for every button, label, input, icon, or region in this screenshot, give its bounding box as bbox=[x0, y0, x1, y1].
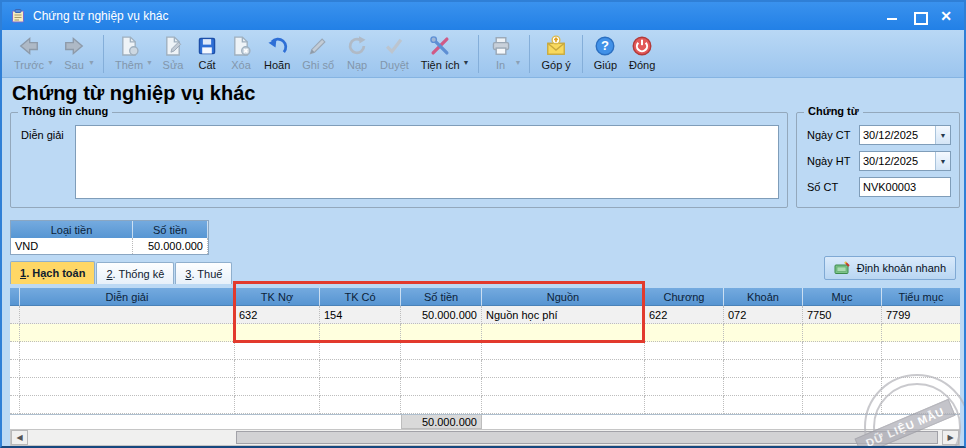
undo-icon bbox=[266, 35, 288, 57]
grid-empty-row bbox=[10, 378, 960, 396]
currency-table: Loại tiền Số tiền VND 50.000.000 bbox=[10, 220, 209, 255]
column-header-muc[interactable]: Mục bbox=[803, 288, 882, 306]
horizontal-scrollbar[interactable]: ◀ ▶ bbox=[10, 429, 960, 446]
cell-khoan[interactable]: 072 bbox=[724, 306, 803, 324]
chevron-down-icon[interactable]: ▼ bbox=[935, 126, 950, 144]
app-icon bbox=[10, 8, 26, 24]
tab-thue[interactable]: 3. Thuế bbox=[175, 262, 232, 284]
currency-header-so-tien[interactable]: Số tiền bbox=[133, 221, 208, 238]
ngay-ct-datepicker[interactable]: ▼ bbox=[859, 125, 951, 145]
toolbar-separator bbox=[103, 35, 104, 73]
tab-thong-ke[interactable]: 2. Thống kê bbox=[96, 262, 174, 284]
feedback-icon bbox=[545, 35, 567, 57]
document-add-icon bbox=[118, 35, 140, 57]
scroll-right-button[interactable]: ▶ bbox=[942, 430, 959, 445]
ngay-ht-input[interactable] bbox=[860, 155, 934, 167]
minimize-button[interactable] bbox=[886, 11, 899, 22]
ngay-ct-label: Ngày CT bbox=[807, 129, 859, 141]
toolbar-button-them[interactable]: Thêm bbox=[109, 31, 149, 77]
grid-empty-row bbox=[10, 360, 960, 378]
chevron-down-icon[interactable]: ▼ bbox=[935, 152, 950, 170]
currency-cell-loai-tien[interactable]: VND bbox=[11, 238, 133, 254]
cell-tieu-muc[interactable]: 7799 bbox=[882, 306, 960, 324]
grid-empty-row bbox=[10, 396, 960, 414]
tab-hach-toan[interactable]: 1. Hạch toán bbox=[10, 261, 95, 284]
toolbar-button-cat[interactable]: Cất bbox=[190, 31, 224, 77]
tab-bar: 1. Hạch toán 2. Thống kê 3. Thuế bbox=[10, 261, 233, 284]
grid-new-entry-row bbox=[10, 324, 960, 342]
check-icon bbox=[383, 35, 405, 57]
document-edit-icon bbox=[162, 35, 184, 57]
column-header-khoan[interactable]: Khoản bbox=[724, 288, 803, 306]
cell-dien-giai[interactable] bbox=[20, 306, 235, 324]
ngay-ht-datepicker[interactable]: ▼ bbox=[859, 151, 951, 171]
chung-tu-legend: Chứng từ bbox=[804, 105, 863, 117]
cell-nguon[interactable]: Nguồn học phí bbox=[482, 306, 645, 324]
toolbar-button-truoc[interactable]: Trước bbox=[8, 31, 50, 77]
power-icon bbox=[631, 35, 653, 57]
sau-dropdown-caret[interactable]: ▼ bbox=[88, 59, 95, 66]
pencil-icon bbox=[307, 35, 329, 57]
window-title: Chứng từ nghiệp vụ khác bbox=[33, 9, 168, 23]
scroll-left-button[interactable]: ◀ bbox=[11, 430, 28, 445]
column-header-chuong[interactable]: Chương bbox=[645, 288, 724, 306]
toolbar-button-gopy[interactable]: Góp ý bbox=[535, 31, 576, 77]
toolbar-button-sau[interactable]: Sau bbox=[57, 31, 91, 77]
grid-header-row: Diễn giải TK Nợ TK Có Số tiền Nguồn Chươ… bbox=[10, 288, 960, 306]
accounting-grid: Diễn giải TK Nợ TK Có Số tiền Nguồn Chươ… bbox=[10, 288, 960, 429]
column-header-tieu-muc[interactable]: Tiểu mục bbox=[882, 288, 960, 306]
grid-data-row: 632 154 50.000.000 Nguồn học phí 622 072… bbox=[10, 306, 960, 324]
general-info-legend: Thông tin chung bbox=[18, 105, 112, 117]
save-icon bbox=[196, 35, 218, 57]
total-so-tien: 50.000.000 bbox=[401, 415, 482, 429]
toolbar-button-dong[interactable]: Đóng bbox=[623, 31, 661, 77]
column-header-dien-giai[interactable]: Diễn giải bbox=[20, 288, 235, 306]
refresh-icon bbox=[346, 35, 368, 57]
grid-empty-row bbox=[10, 342, 960, 360]
row-indicator[interactable] bbox=[10, 306, 20, 324]
ngay-ct-input[interactable] bbox=[860, 129, 934, 141]
help-icon: ? bbox=[594, 35, 616, 57]
row-indicator[interactable] bbox=[10, 324, 20, 342]
quick-entry-icon bbox=[834, 261, 851, 276]
arrow-left-icon bbox=[18, 35, 40, 57]
currency-cell-so-tien[interactable]: 50.000.000 bbox=[133, 238, 208, 254]
column-header-nguon[interactable]: Nguồn bbox=[482, 288, 645, 306]
arrow-right-icon bbox=[63, 35, 85, 57]
tools-icon bbox=[429, 35, 451, 57]
app-window: Chứng từ nghiệp vụ khác ✕ Trước ▼ Sau ▼ bbox=[0, 0, 966, 448]
toolbar-button-sua[interactable]: Sửa bbox=[156, 31, 190, 77]
so-ct-input[interactable] bbox=[860, 181, 950, 193]
currency-header-loai-tien[interactable]: Loại tiền bbox=[11, 221, 133, 238]
cell-muc[interactable]: 7750 bbox=[803, 306, 882, 324]
so-ct-field[interactable] bbox=[859, 177, 951, 197]
cell-so-tien[interactable]: 50.000.000 bbox=[401, 306, 482, 324]
svg-text:?: ? bbox=[601, 38, 609, 53]
toolbar-button-in[interactable]: In bbox=[484, 31, 518, 77]
toolbar-button-ghiso[interactable]: Ghi sổ bbox=[296, 31, 340, 77]
tienich-dropdown-caret[interactable]: ▼ bbox=[463, 59, 470, 66]
in-dropdown-caret[interactable]: ▼ bbox=[515, 59, 522, 66]
toolbar-button-xoa[interactable]: Xóa bbox=[224, 31, 258, 77]
toolbar-button-tienich[interactable]: Tiện ích bbox=[415, 31, 466, 77]
scrollbar-thumb[interactable] bbox=[236, 431, 938, 444]
close-button[interactable]: ✕ bbox=[940, 11, 952, 22]
toolbar-button-hoan[interactable]: Hoãn bbox=[258, 31, 296, 77]
toolbar-button-giup[interactable]: ? Giúp bbox=[588, 31, 623, 77]
column-header-tk-no[interactable]: TK Nợ bbox=[235, 288, 320, 306]
truoc-dropdown-caret[interactable]: ▼ bbox=[47, 59, 54, 66]
cell-chuong[interactable]: 622 bbox=[645, 306, 724, 324]
column-header-so-tien[interactable]: Số tiền bbox=[401, 288, 482, 306]
them-dropdown-caret[interactable]: ▼ bbox=[146, 59, 153, 66]
cell-tk-co[interactable]: 154 bbox=[320, 306, 401, 324]
page-title: Chứng từ nghiệp vụ khác bbox=[12, 82, 255, 105]
ngay-ht-label: Ngày HT bbox=[807, 155, 859, 167]
toolbar-button-duyet[interactable]: Duyệt bbox=[374, 31, 415, 77]
toolbar-button-nap[interactable]: Nạp bbox=[340, 31, 374, 77]
dinh-khoan-nhanh-button[interactable]: Định khoản nhanh bbox=[824, 256, 956, 280]
cell-tk-no[interactable]: 632 bbox=[235, 306, 320, 324]
title-bar: Chứng từ nghiệp vụ khác ✕ bbox=[2, 2, 964, 30]
dien-giai-textarea[interactable] bbox=[75, 125, 779, 199]
column-header-tk-co[interactable]: TK Có bbox=[320, 288, 401, 306]
maximize-button[interactable] bbox=[913, 11, 926, 22]
